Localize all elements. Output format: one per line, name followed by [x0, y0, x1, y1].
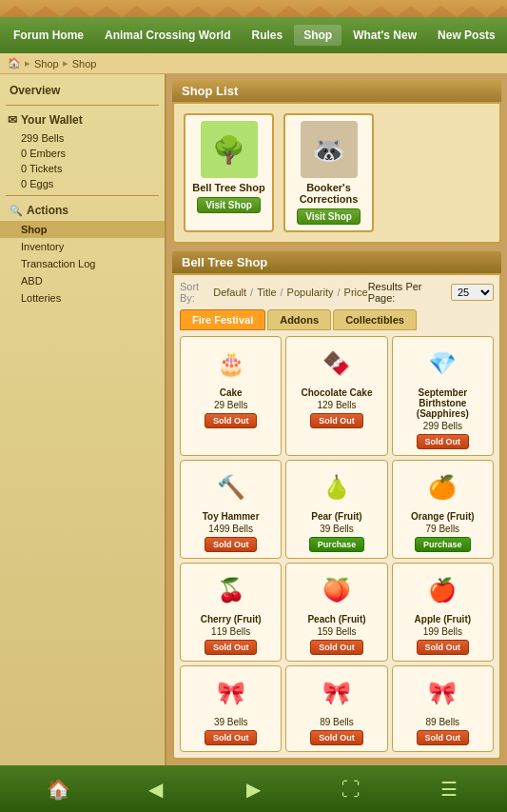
product-img-choc-cake: 🍫: [316, 343, 358, 385]
product-name-apple: Apple (Fruit): [399, 614, 487, 624]
nav-bar: Forum Home Animal Crossing World Rules S…: [0, 17, 507, 53]
sort-bar: Sort By: Default / Title / Popularity / …: [180, 281, 494, 304]
sort-popularity[interactable]: Popularity: [287, 287, 334, 298]
sidebar-link-shop[interactable]: Shop: [0, 221, 165, 238]
tab-addons[interactable]: Addons: [267, 309, 331, 330]
product-price-cake: 29 Bells: [186, 400, 275, 410]
product-name-hammer: Toy Hammer: [186, 511, 275, 522]
product-status-peach[interactable]: Sold Out: [310, 640, 363, 655]
product-name-sapphire: September Birthstone (Sapphires): [399, 387, 487, 419]
bottom-prev-icon[interactable]: ◀: [139, 772, 173, 806]
sort-price[interactable]: Price: [344, 287, 368, 298]
breadcrumb-shop[interactable]: Shop: [34, 58, 59, 69]
product-img-cake: 🎂: [210, 343, 252, 385]
sort-default[interactable]: Default: [213, 287, 246, 298]
product-price-peach: 159 Bells: [292, 626, 380, 637]
product-status-item-c[interactable]: Sold Out: [417, 730, 470, 745]
product-name-cherry: Cherry (Fruit): [186, 614, 275, 624]
sidebar-link-transaction-log[interactable]: Transaction Log: [0, 255, 165, 272]
product-name-choc-cake: Chocolate Cake: [292, 387, 380, 398]
top-banner: [0, 0, 507, 17]
main-layout: Overview ✉ Your Wallet 299 Bells 0 Ember…: [0, 74, 507, 765]
product-status-sapphire[interactable]: Sold Out: [417, 434, 470, 449]
nav-whats-new[interactable]: What's New: [343, 25, 426, 46]
nav-forum-home[interactable]: Forum Home: [4, 25, 93, 46]
home-breadcrumb-icon[interactable]: 🏠: [8, 57, 21, 69]
bell-tree-shop-box: Sort By: Default / Title / Popularity / …: [172, 273, 501, 760]
sidebar-actions-section: 🔍 Actions: [0, 200, 165, 221]
breadcrumb-shop-2[interactable]: Shop: [72, 58, 97, 69]
product-name-peach: Peach (Fruit): [292, 614, 380, 624]
product-img-pear: 🍐: [316, 466, 358, 508]
bell-tree-visit-btn[interactable]: Visit Shop: [197, 197, 261, 213]
nav-new-posts[interactable]: New Posts: [428, 25, 505, 46]
sort-by-label: Sort By:: [180, 281, 209, 304]
bottom-menu-icon[interactable]: ☰: [432, 772, 466, 806]
svg-marker-11: [335, 6, 365, 17]
sort-title[interactable]: Title: [257, 287, 276, 298]
product-status-item-b[interactable]: Sold Out: [310, 730, 363, 745]
product-price-choc-cake: 129 Bells: [292, 400, 380, 410]
per-page-label: Results Per Page:: [368, 281, 447, 304]
svg-marker-2: [61, 6, 91, 17]
product-price-item-b: 89 Bells: [292, 717, 380, 727]
product-card-peach: 🍑 Peach (Fruit) 159 Bells Sold Out: [285, 563, 387, 662]
svg-marker-1: [30, 6, 61, 17]
shop-list-section: Shop List 🌳 Bell Tree Shop Visit Shop 🦝 …: [172, 80, 501, 244]
product-card-cake: 🎂 Cake 29 Bells Sold Out: [180, 336, 282, 456]
svg-marker-0: [0, 6, 30, 17]
svg-marker-7: [213, 6, 244, 17]
product-status-pear[interactable]: Purchase: [309, 537, 365, 552]
shop-list-header: Shop List: [172, 80, 501, 102]
product-img-hammer: 🔨: [210, 466, 252, 508]
tab-fire-festival[interactable]: Fire Festival: [180, 309, 265, 330]
bell-tree-shop-name: Bell Tree Shop: [191, 182, 266, 193]
sidebar-stat-embers: 0 Embers: [0, 146, 165, 161]
svg-marker-4: [122, 6, 152, 17]
svg-marker-14: [426, 6, 457, 17]
nav-acw[interactable]: Animal Crossing World: [95, 25, 240, 46]
breadcrumb-sep-1: ▸: [25, 57, 30, 69]
wallet-label: Your Wallet: [21, 113, 83, 127]
svg-marker-6: [183, 6, 213, 17]
bottom-home-icon[interactable]: 🏠: [41, 772, 75, 806]
product-status-cake[interactable]: Sold Out: [205, 413, 258, 428]
svg-marker-3: [91, 6, 122, 17]
product-status-orange[interactable]: Purchase: [415, 537, 471, 552]
actions-label: Actions: [27, 204, 68, 217]
content-area: Shop List 🌳 Bell Tree Shop Visit Shop 🦝 …: [166, 74, 507, 765]
product-card-hammer: 🔨 Toy Hammer 1499 Bells Sold Out: [180, 460, 282, 559]
sidebar-stat-bells: 299 Bells: [0, 130, 165, 146]
bottom-expand-icon[interactable]: ⛶: [334, 772, 368, 806]
nav-rules[interactable]: Rules: [242, 25, 292, 46]
product-status-cherry[interactable]: Sold Out: [205, 640, 258, 655]
product-name-cake: Cake: [186, 387, 275, 398]
sidebar-link-inventory[interactable]: Inventory: [0, 238, 165, 255]
tab-collectibles[interactable]: Collectibles: [333, 309, 417, 330]
bottom-next-icon[interactable]: ▶: [236, 772, 270, 806]
product-img-item-b: 🎀: [316, 672, 358, 714]
product-price-pear: 39 Bells: [292, 524, 380, 534]
nav-shop[interactable]: Shop: [294, 25, 341, 46]
shop-card-bell-tree: 🌳 Bell Tree Shop Visit Shop: [184, 113, 274, 232]
sidebar-stat-tickets: 0 Tickets: [0, 161, 165, 176]
product-status-apple[interactable]: Sold Out: [417, 640, 470, 655]
bell-tree-shop-section: Bell Tree Shop Sort By: Default / Title …: [172, 251, 501, 760]
per-page-select[interactable]: 10 25 50 100: [451, 284, 494, 301]
product-status-item-a[interactable]: Sold Out: [205, 730, 258, 745]
product-price-cherry: 119 Bells: [186, 626, 275, 637]
product-status-choc-cake[interactable]: Sold Out: [310, 413, 363, 428]
svg-marker-15: [457, 6, 487, 17]
product-status-hammer[interactable]: Sold Out: [205, 537, 258, 552]
svg-marker-10: [304, 6, 335, 17]
sort-sep-2: /: [281, 287, 283, 298]
bookers-visit-btn[interactable]: Visit Shop: [297, 208, 361, 225]
product-name-orange: Orange (Fruit): [399, 511, 487, 522]
sidebar-stat-eggs: 0 Eggs: [0, 176, 165, 191]
wallet-icon: ✉: [8, 113, 17, 127]
sidebar-link-lotteries[interactable]: Lotteries: [0, 289, 165, 307]
bookers-shop-name: Booker's Corrections: [291, 182, 366, 205]
product-price-item-a: 39 Bells: [186, 717, 275, 727]
per-page: Results Per Page: 10 25 50 100: [368, 281, 494, 304]
sidebar-link-abd[interactable]: ABD: [0, 272, 165, 289]
